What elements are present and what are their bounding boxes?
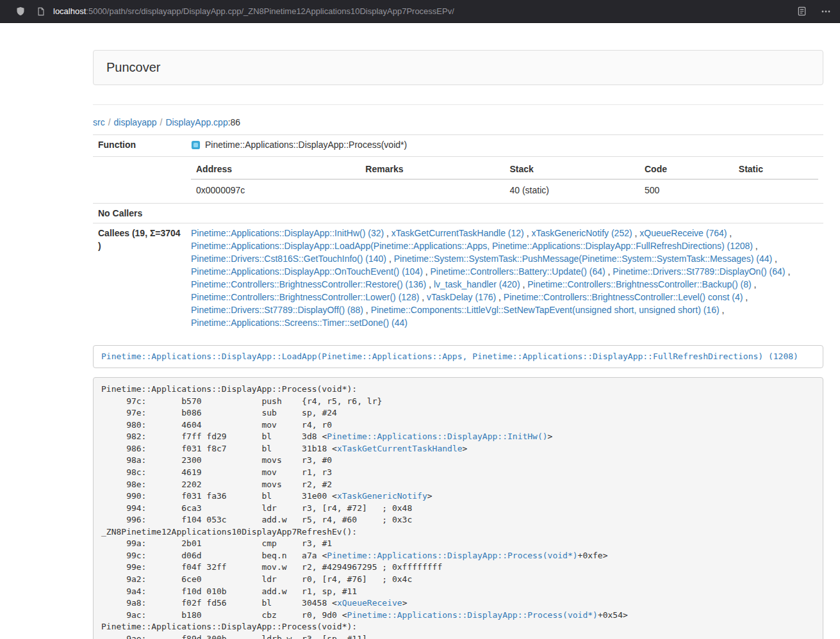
callee-link[interactable]: Pinetime::Drivers::Cst816S::GetTouchInfo… [191,254,386,264]
breadcrumb: src/displayapp/DisplayApp.cpp:86 [93,117,823,127]
callee-link[interactable]: Pinetime::Controllers::Battery::Update()… [431,266,605,277]
function-details-cell: Address Remarks Stack Code Static 0x0000… [186,157,823,204]
stack-value: 40 (static) [504,179,639,200]
breadcrumb-link-displayapp[interactable]: displayapp [114,117,157,127]
code-symbol-link[interactable]: Pinetime::Applications::DisplayApp::Init… [327,432,547,441]
url-path: :5000/path/src/displayapp/DisplayApp.cpp… [86,6,454,16]
stats-value-row: 0x0000097c 40 (static) 500 [191,179,818,200]
callee-link[interactable]: Pinetime::Controllers::BrightnessControl… [527,279,751,289]
app-header-panel: Puncover [93,50,823,85]
function-name-cell: Pinetime::Applications::DisplayApp::Proc… [186,135,823,157]
code-value: 500 [639,179,734,200]
callee-link[interactable]: Pinetime::Drivers::St7789::DisplayOn() (… [613,266,785,277]
no-callers-label: No Callers [93,204,186,223]
callee-link[interactable]: lv_task_handler (420) [434,279,520,289]
callee-link[interactable]: vTaskDelay (176) [427,292,496,302]
breadcrumb-line-number: :86 [228,117,240,127]
function-stats-table: Address Remarks Stack Code Static 0x0000… [191,160,818,200]
callees-list: Pinetime::Applications::DisplayApp::Init… [186,223,823,333]
function-details-row: Address Remarks Stack Code Static 0x0000… [93,157,823,204]
address-value: 0x0000097c [191,179,360,200]
function-row: Function Pinetime::Applications::Display… [93,135,823,157]
callee-link[interactable]: Pinetime::Controllers::BrightnessControl… [191,279,426,289]
tracking-protection-shield-icon[interactable] [15,6,26,17]
function-name: Pinetime::Applications::DisplayApp::Proc… [205,140,407,150]
static-value [734,179,818,200]
no-callers-row: No Callers [93,204,823,223]
breadcrumb-link-src[interactable]: src [93,117,105,127]
column-header-code: Code [639,160,734,179]
callers-cell [186,204,823,223]
url-bar[interactable]: localhost:5000/path/src/displayapp/Displ… [37,6,797,16]
page-container: Puncover src/displayapp/DisplayApp.cpp:8… [93,50,823,639]
reader-view-icon[interactable] [797,6,807,16]
disassembly-code: Pinetime::Applications::DisplayApp::Proc… [93,377,823,639]
callee-link[interactable]: Pinetime::Controllers::BrightnessControl… [504,292,743,302]
column-header-stack: Stack [504,160,639,179]
browser-menu-icon[interactable] [821,6,831,17]
code-symbol-link[interactable]: xTaskGenericNotify [337,491,427,501]
code-symbol-link[interactable]: Pinetime::Applications::DisplayApp::Proc… [347,610,598,620]
callee-link[interactable]: Pinetime::Applications::DisplayApp::OnTo… [191,266,423,277]
callee-link[interactable]: Pinetime::Applications::Screens::Timer::… [191,318,408,328]
callees-label: Callees (19, Σ=3704 ) [93,223,186,333]
code-symbol-link[interactable]: Pinetime::Applications::DisplayApp::Proc… [327,551,577,560]
callee-link[interactable]: Pinetime::Applications::DisplayApp::Load… [191,241,753,251]
highlighted-callee-link[interactable]: Pinetime::Applications::DisplayApp::Load… [101,352,798,361]
callee-link[interactable]: Pinetime::Drivers::St7789::DisplayOff() … [191,305,363,315]
breadcrumb-link-file[interactable]: DisplayApp.cpp [165,117,227,127]
callee-link[interactable]: Pinetime::Applications::DisplayApp::Init… [191,228,384,238]
callee-link[interactable]: xTaskGenericNotify (252) [531,228,632,238]
page-identity-icon[interactable] [37,7,45,16]
app-title: Puncover [106,60,810,75]
remarks-value [360,179,504,200]
browser-toolbar: localhost:5000/path/src/displayapp/Displ… [0,0,840,23]
callee-link[interactable]: Pinetime::Controllers::BrightnessControl… [191,292,419,302]
highlighted-callee-box: Pinetime::Applications::DisplayApp::Load… [93,345,823,368]
callee-link[interactable]: xQueueReceive (764) [639,228,727,238]
code-symbol-link[interactable]: xTaskGetCurrentTaskHandle [337,444,463,453]
empty-row-label [93,157,186,204]
breadcrumb-separator: / [160,117,163,127]
url-host: localhost [53,6,86,16]
function-symbol-icon [191,140,201,153]
code-symbol-link[interactable]: xQueueReceive [337,598,402,608]
function-info-table: Function Pinetime::Applications::Display… [93,134,823,332]
stats-header-row: Address Remarks Stack Code Static [191,160,818,179]
column-header-remarks: Remarks [360,160,504,179]
function-row-label: Function [93,135,186,157]
callees-row: Callees (19, Σ=3704 ) Pinetime::Applicat… [93,223,823,333]
column-header-address: Address [191,160,360,179]
column-header-static: Static [734,160,818,179]
callee-link[interactable]: Pinetime::Components::LittleVgl::SetNewT… [371,305,720,315]
breadcrumb-separator: / [108,117,111,127]
callee-link[interactable]: Pinetime::System::SystemTask::PushMessag… [394,254,773,264]
divider [93,104,823,105]
callee-link[interactable]: xTaskGetCurrentTaskHandle (12) [391,228,524,238]
